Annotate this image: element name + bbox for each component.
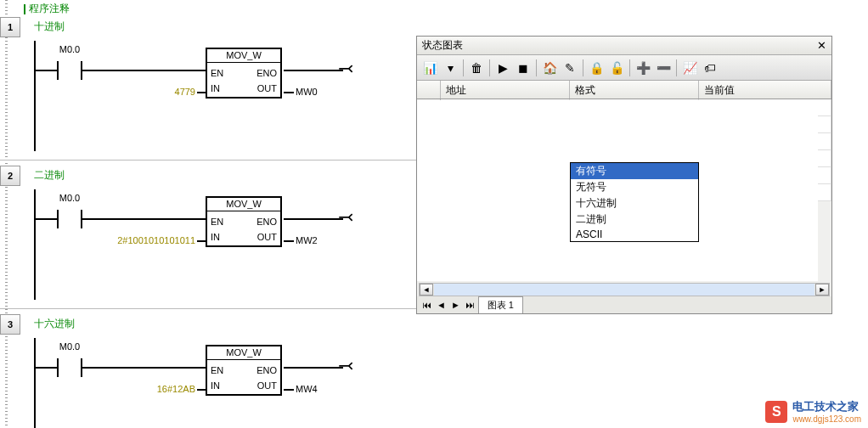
mov-block[interactable]: MOV_W EN ENO IN OUT: [206, 345, 282, 396]
panel-titlebar: 状态图表 ✕: [417, 37, 831, 55]
eno-terminator-icon: ⤙: [338, 208, 353, 227]
in-value[interactable]: 4779: [110, 87, 195, 97]
rung-divider: [0, 160, 416, 160]
close-icon[interactable]: ✕: [817, 39, 826, 52]
dropdown-icon[interactable]: ▾: [441, 59, 459, 77]
ladder-network: M0.0 MOV_W EN ENO IN OUT 16#12AB MW4 ⤙: [0, 338, 416, 428]
ladder-editor: 程序注释 1 十进制 M0.0 MOV_W EN ENO IN OUT 4779…: [0, 0, 416, 428]
program-comment: 程序注释: [24, 2, 70, 16]
panel-toolbar: 📊 ▾ 🗑 ▶ ◼ 🏠 ✎ 🔒 🔓 ➕ ➖ 📈 🏷: [417, 55, 831, 81]
stop-icon[interactable]: ◼: [514, 59, 533, 77]
dropdown-option[interactable]: 有符号: [571, 163, 698, 179]
tab-last-icon[interactable]: ⏭: [464, 300, 476, 310]
ladder-network: M0.0 MOV_W EN ENO IN OUT 2#1001010101011…: [0, 189, 416, 300]
insert-row-icon[interactable]: ➕: [634, 59, 652, 77]
grid-header: 地址 格式 当前值: [417, 81, 831, 99]
rung-number: 2: [0, 166, 20, 186]
in-value[interactable]: 16#12AB: [110, 384, 195, 394]
col-address[interactable]: 地址: [441, 81, 570, 99]
scroll-right-icon[interactable]: ►: [815, 284, 829, 296]
ladder-network: M0.0 MOV_W EN ENO IN OUT 4779 MW0 ⤙: [0, 41, 416, 151]
mov-block[interactable]: MOV_W EN ENO IN OUT: [206, 48, 282, 99]
block-type: MOV_W: [207, 48, 280, 63]
unlock-icon[interactable]: 🔓: [607, 59, 626, 77]
out-value[interactable]: MW4: [296, 384, 318, 394]
dropdown-option[interactable]: 二进制: [571, 211, 698, 228]
trend-icon[interactable]: 📈: [680, 59, 699, 77]
watermark-url: www.dgjs123.com: [792, 414, 861, 424]
delete-icon[interactable]: 🗑: [467, 59, 486, 77]
eno-terminator-icon: ⤙: [338, 357, 353, 375]
rung-number: 1: [0, 17, 20, 37]
out-value[interactable]: MW2: [296, 235, 318, 245]
col-value[interactable]: 当前值: [699, 81, 831, 99]
contact[interactable]: M0.0: [36, 355, 104, 389]
home-icon[interactable]: 🏠: [540, 59, 559, 77]
format-dropdown: 有符号无符号十六进制二进制ASCII: [570, 162, 699, 242]
rung-number: 3: [0, 314, 20, 335]
tab-next-icon[interactable]: ►: [449, 300, 462, 310]
horizontal-scrollbar[interactable]: ◄ ►: [419, 283, 830, 296]
watermark-logo-icon: S: [765, 401, 787, 423]
watermark: S 电工技术之家 www.dgjs123.com: [765, 399, 861, 424]
run-icon[interactable]: ▶: [493, 59, 512, 77]
contact-label: M0.0: [36, 44, 104, 54]
contact[interactable]: M0.0: [36, 206, 104, 240]
status-chart-panel: 状态图表 ✕ 📊 ▾ 🗑 ▶ ◼ 🏠 ✎ 🔒 🔓 ➕ ➖ 📈 🏷 地址 格式 当…: [416, 36, 832, 314]
rung-divider: [0, 308, 416, 309]
rung-title: 二进制: [34, 168, 65, 183]
dropdown-option[interactable]: ASCII: [571, 228, 698, 241]
chart-tabs: ⏮ ◄ ► ⏭ 图表 1: [417, 296, 831, 313]
tab-prev-icon[interactable]: ◄: [435, 300, 448, 310]
scroll-left-icon[interactable]: ◄: [420, 284, 433, 296]
col-format[interactable]: 格式: [570, 81, 699, 99]
contact[interactable]: M0.0: [36, 58, 104, 92]
tag-icon[interactable]: 🏷: [701, 59, 719, 77]
dropdown-option[interactable]: 无符号: [571, 179, 698, 195]
dropdown-option[interactable]: 十六进制: [571, 195, 698, 211]
eno-terminator-icon: ⤙: [338, 59, 353, 78]
rung-title: 十进制: [34, 20, 65, 34]
edit-icon[interactable]: ✎: [561, 59, 579, 77]
panel-title: 状态图表: [422, 38, 463, 53]
in-value[interactable]: 2#1001010101011: [110, 235, 195, 245]
delete-row-icon[interactable]: ➖: [654, 59, 673, 77]
tab-first-icon[interactable]: ⏮: [420, 300, 433, 310]
watermark-text: 电工技术之家: [792, 399, 861, 414]
tab-chart-1[interactable]: 图表 1: [478, 296, 523, 313]
rung-title: 十六进制: [34, 317, 75, 331]
lock-icon[interactable]: 🔒: [587, 59, 606, 77]
mov-block[interactable]: MOV_W EN ENO IN OUT: [206, 196, 282, 247]
new-chart-icon[interactable]: 📊: [420, 59, 439, 77]
out-value[interactable]: MW0: [296, 87, 318, 97]
